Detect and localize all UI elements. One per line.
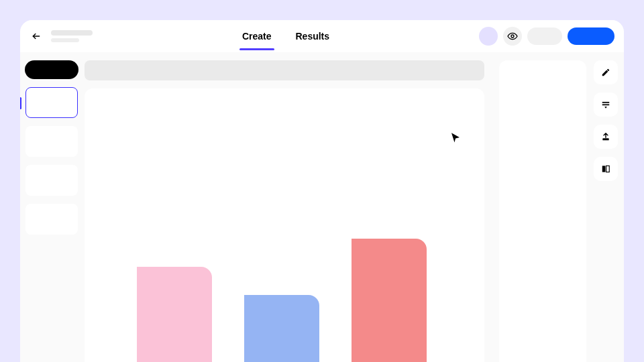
edit-icon bbox=[601, 68, 610, 77]
svg-rect-6 bbox=[602, 166, 606, 172]
svg-rect-7 bbox=[606, 166, 610, 172]
svg-rect-3 bbox=[602, 104, 610, 105]
eye-icon bbox=[507, 31, 518, 42]
bar-wrap bbox=[352, 239, 432, 362]
slide-thumb[interactable] bbox=[25, 126, 78, 157]
slide-thumb[interactable] bbox=[25, 204, 78, 235]
slide-thumb[interactable] bbox=[25, 87, 78, 118]
preview-button[interactable] bbox=[503, 27, 522, 46]
slide-thumb[interactable] bbox=[25, 165, 78, 196]
chart-bar[interactable] bbox=[137, 267, 212, 362]
tool-rail bbox=[592, 52, 624, 362]
header-tabs: Create Results bbox=[101, 22, 471, 50]
tool-text-block[interactable] bbox=[594, 93, 618, 117]
header: Create Results bbox=[20, 20, 624, 52]
chart-bar[interactable] bbox=[352, 239, 427, 362]
slide-canvas[interactable] bbox=[85, 88, 484, 362]
document-title-placeholder bbox=[51, 30, 93, 42]
slide-rail bbox=[20, 52, 85, 362]
header-action-primary[interactable] bbox=[568, 27, 614, 45]
center-column bbox=[85, 52, 492, 362]
svg-point-1 bbox=[511, 35, 514, 38]
avatar[interactable] bbox=[479, 27, 498, 46]
bar-wrap bbox=[137, 267, 217, 362]
header-action-secondary[interactable] bbox=[527, 27, 562, 45]
add-slide-button[interactable] bbox=[25, 60, 78, 79]
back-button[interactable] bbox=[30, 29, 43, 43]
body bbox=[20, 52, 624, 362]
svg-rect-5 bbox=[602, 138, 608, 140]
arrow-left-icon bbox=[32, 32, 41, 41]
layout-icon bbox=[601, 164, 610, 174]
chart-bar[interactable] bbox=[244, 295, 319, 362]
tool-image[interactable] bbox=[594, 125, 618, 149]
tab-results[interactable]: Results bbox=[296, 22, 330, 50]
header-right bbox=[479, 27, 614, 46]
properties-panel[interactable] bbox=[499, 60, 586, 362]
text-block-icon bbox=[601, 100, 610, 109]
cursor-icon bbox=[449, 131, 462, 143]
bar-chart bbox=[137, 102, 432, 362]
bar-wrap bbox=[244, 295, 325, 362]
image-icon bbox=[601, 132, 610, 141]
app-window: Create Results bbox=[20, 20, 624, 362]
tool-edit[interactable] bbox=[594, 60, 618, 84]
tool-layout[interactable] bbox=[594, 157, 618, 181]
slide-title-input[interactable] bbox=[85, 60, 484, 80]
svg-marker-4 bbox=[604, 107, 607, 109]
svg-rect-2 bbox=[602, 102, 610, 103]
tab-create[interactable]: Create bbox=[242, 22, 272, 50]
